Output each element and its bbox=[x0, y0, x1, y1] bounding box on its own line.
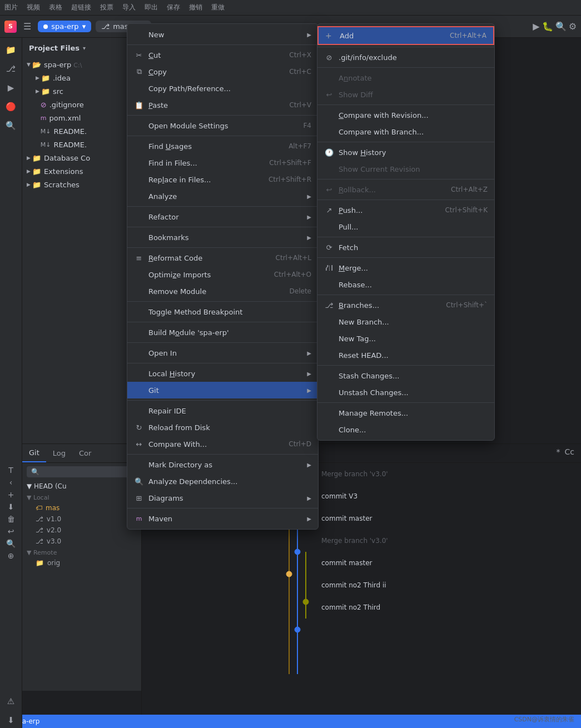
cn-tb-export[interactable]: 即出 bbox=[145, 3, 158, 12]
sub-item-gitinfo[interactable]: ⊘ .git/info/exclude bbox=[317, 49, 494, 66]
sub-item-fetch[interactable]: ⟳ Fetch bbox=[317, 239, 494, 256]
commit-item-2[interactable]: commit V3 bbox=[317, 485, 581, 507]
sub-item-new-branch[interactable]: New Branch... bbox=[317, 313, 494, 330]
tab-log[interactable]: Log bbox=[46, 444, 72, 462]
menu-item-bookmarks[interactable]: Bookmarks ▶ bbox=[127, 229, 318, 246]
menu-item-git[interactable]: Git ▶ bbox=[127, 382, 318, 398]
commit-item-1[interactable]: Merge branch 'v3.0' bbox=[317, 463, 581, 485]
menu-item-maven[interactable]: m Maven ▶ bbox=[127, 510, 318, 527]
commit-item-5[interactable]: commit master bbox=[317, 552, 581, 574]
tree-gitignore[interactable]: ⊘ .gitignore bbox=[22, 98, 141, 111]
sub-item-new-tag[interactable]: New Tag... bbox=[317, 330, 494, 347]
cn-tb-undo[interactable]: 撤销 bbox=[189, 3, 202, 12]
git-icon-chevron-left[interactable]: ‹ bbox=[9, 478, 13, 487]
sub-item-reset-head[interactable]: Reset HEAD... bbox=[317, 347, 494, 363]
git-icon-t[interactable]: T bbox=[8, 466, 13, 475]
sidebar-bottom-icon[interactable]: ⬇ bbox=[3, 712, 19, 728]
git-head-item[interactable]: ▼ HEAD (Cu bbox=[22, 481, 141, 492]
run-icon[interactable]: ▶ bbox=[533, 21, 539, 32]
sidebar-files-icon[interactable]: 📁 bbox=[3, 42, 19, 58]
menu-item-diagrams[interactable]: ⊞ Diagrams ▶ bbox=[127, 490, 318, 506]
sub-item-unstash[interactable]: Unstash Changes... bbox=[317, 384, 494, 401]
menu-item-new[interactable]: New ▶ bbox=[127, 26, 318, 43]
debug-icon[interactable]: 🐛 bbox=[542, 21, 553, 32]
tree-idea[interactable]: ▶ 📁 .idea bbox=[22, 71, 141, 84]
tree-readme1[interactable]: M↓ README. bbox=[22, 124, 141, 138]
menu-item-repair[interactable]: Repair IDE bbox=[127, 402, 318, 419]
tree-pom[interactable]: m pom.xml bbox=[22, 111, 141, 124]
sub-item-rebase[interactable]: Rebase... bbox=[317, 276, 494, 293]
sidebar-search-icon[interactable]: 🔍 bbox=[3, 118, 19, 133]
sub-item-merge[interactable]: ⛙ Merge... bbox=[317, 260, 494, 276]
git-log-star[interactable]: * bbox=[557, 447, 560, 456]
menu-item-local-history[interactable]: Local History ▶ bbox=[127, 365, 318, 382]
git-branch-v3[interactable]: ⎇ v3.0 bbox=[22, 536, 141, 547]
search-icon[interactable]: 🔍 bbox=[555, 21, 567, 32]
menu-item-remove-module[interactable]: Remove Module Delete bbox=[127, 283, 318, 300]
git-icon-chevron-down[interactable]: ⬇ bbox=[8, 502, 14, 511]
tree-database[interactable]: ▶ 📁 Database Co bbox=[22, 151, 141, 164]
sub-item-clone[interactable]: Clone... bbox=[317, 421, 494, 438]
menu-item-copy[interactable]: ⧉ Copy Ctrl+C bbox=[127, 63, 318, 80]
git-branch-v1[interactable]: ⎇ v1.0 bbox=[22, 513, 141, 525]
git-icon-search[interactable]: 🔍 bbox=[6, 539, 16, 548]
menu-item-paste[interactable]: 📋 Paste Ctrl+V bbox=[127, 97, 318, 113]
menu-item-module-settings[interactable]: Open Module Settings F4 bbox=[127, 117, 318, 134]
menu-item-analyze[interactable]: Analyze ▶ bbox=[127, 188, 318, 205]
file-panel-chevron[interactable]: ▾ bbox=[83, 45, 86, 51]
menu-item-build-module[interactable]: Build Module 'spa-erp' bbox=[127, 324, 318, 341]
cn-tb-video[interactable]: 视频 bbox=[27, 3, 40, 12]
git-log-cc[interactable]: Cc bbox=[565, 447, 574, 456]
commit-item-7[interactable]: commit no2 Third bbox=[317, 596, 581, 619]
tree-scratches[interactable]: ▶ 📁 Scratches bbox=[22, 178, 141, 191]
git-icon-trash[interactable]: 🗑 bbox=[7, 515, 15, 523]
menu-item-replace-files[interactable]: Replace in Files... Ctrl+Shift+R bbox=[127, 171, 318, 188]
cn-tb-link[interactable]: 超链接 bbox=[71, 3, 91, 12]
menu-item-refactor[interactable]: Refactor ▶ bbox=[127, 208, 318, 225]
tree-readme2[interactable]: M↓ README. bbox=[22, 138, 141, 151]
menu-item-find-files[interactable]: Find in Files... Ctrl+Shift+F bbox=[127, 154, 318, 171]
git-icon-undo[interactable]: ↩ bbox=[8, 527, 14, 536]
menu-item-toggle-breakpoint[interactable]: Toggle Method Breakpoint bbox=[127, 303, 318, 320]
menu-item-reformat[interactable]: ≡ Reformat Code Ctrl+Alt+L bbox=[127, 250, 318, 266]
tree-src[interactable]: ▶ 📁 src bbox=[22, 84, 141, 98]
sidebar-git-icon[interactable]: ⎇ bbox=[3, 61, 19, 77]
menu-item-analyze-deps[interactable]: 🔍 Analyze Dependencies... bbox=[127, 473, 318, 490]
sub-item-pull[interactable]: Pull... bbox=[317, 218, 494, 235]
git-branch-orig[interactable]: 📁 orig bbox=[22, 557, 141, 569]
sub-item-push[interactable]: ↗ Push... Ctrl+Shift+K bbox=[317, 202, 494, 218]
sub-item-compare-revision[interactable]: Compare with Revision... bbox=[317, 107, 494, 123]
cn-tb-redo[interactable]: 重做 bbox=[211, 3, 225, 12]
sub-item-compare-branch[interactable]: Compare with Branch... bbox=[317, 123, 494, 140]
sidebar-run-icon[interactable]: ▶ bbox=[3, 80, 19, 96]
tree-extensions[interactable]: ▶ 📁 Extensions bbox=[22, 164, 141, 178]
project-selector[interactable]: spa-erp ▾ bbox=[38, 21, 91, 32]
cn-tb-img[interactable]: 图片 bbox=[4, 3, 18, 12]
sidebar-debug-icon[interactable]: 🔴 bbox=[3, 99, 19, 114]
sidebar-problems-icon[interactable]: ⚠ bbox=[3, 694, 19, 709]
menu-item-optimize[interactable]: Optimize Imports Ctrl+Alt+O bbox=[127, 266, 318, 283]
git-branch-v2[interactable]: ⎇ v2.0 bbox=[22, 525, 141, 536]
menu-item-open-in[interactable]: Open In ▶ bbox=[127, 345, 318, 361]
menu-item-compare[interactable]: ↔ Compare With... Ctrl+D bbox=[127, 436, 318, 452]
cn-tb-vote[interactable]: 投票 bbox=[100, 3, 113, 12]
sub-item-show-history[interactable]: 🕐 Show History bbox=[317, 144, 494, 161]
settings-icon[interactable]: ⚙ bbox=[569, 21, 577, 32]
sub-item-branches[interactable]: ⎇ Branches... Ctrl+Shift+` bbox=[317, 297, 494, 313]
menu-item-reload[interactable]: ↻ Reload from Disk bbox=[127, 419, 318, 436]
menu-item-cut[interactable]: ✂ Cut Ctrl+X bbox=[127, 47, 318, 63]
sub-item-stash[interactable]: Stash Changes... bbox=[317, 367, 494, 384]
menu-item-copy-path[interactable]: Copy Path/Reference... bbox=[127, 80, 318, 97]
commit-item-6[interactable]: commit no2 Third ii bbox=[317, 574, 581, 596]
menu-item-find-usages[interactable]: Find Usages Alt+F7 bbox=[127, 138, 318, 154]
git-icon-plus[interactable]: + bbox=[8, 490, 14, 499]
tree-root[interactable]: ▼ 📂 spa-erp C:\ bbox=[22, 58, 141, 71]
cn-tb-import[interactable]: 导入 bbox=[122, 3, 136, 12]
hamburger-icon[interactable]: ☰ bbox=[21, 19, 33, 34]
menu-item-mark-directory[interactable]: Mark Directory as ▶ bbox=[127, 456, 318, 473]
git-icon-zoom[interactable]: ⊕ bbox=[8, 551, 14, 560]
tab-cor[interactable]: Cor bbox=[72, 444, 98, 462]
sub-item-manage-remotes[interactable]: Manage Remotes... bbox=[317, 405, 494, 421]
git-branch-master[interactable]: 🏷 mas bbox=[22, 502, 141, 513]
commit-item-4[interactable]: Merge branch 'v3.0' bbox=[317, 530, 581, 552]
